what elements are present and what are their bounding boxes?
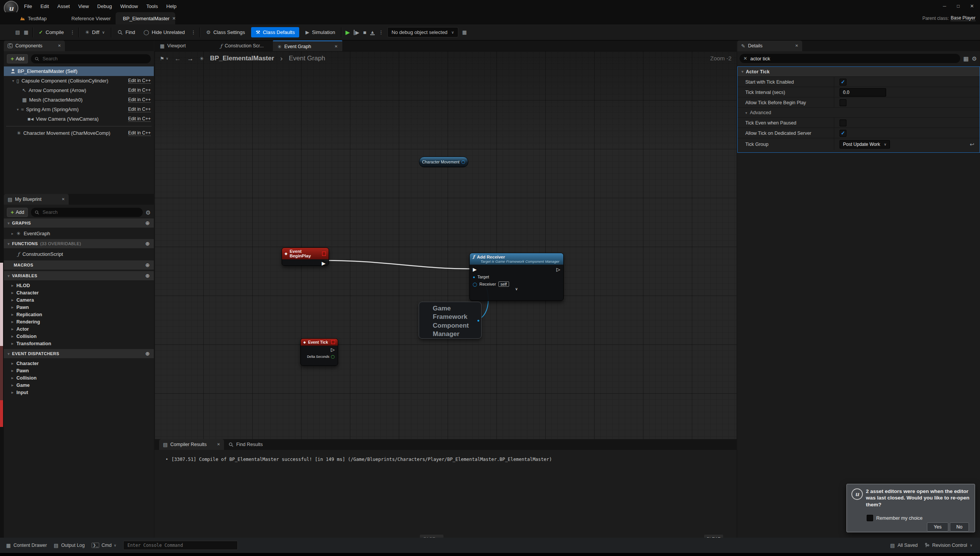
add-macro-icon[interactable]: ⊕ (145, 262, 150, 268)
component-row-charmovement[interactable]: ✳ Character Movement (CharMoveComp) Edit… (4, 128, 154, 138)
component-row-mesh[interactable]: ▦ Mesh (CharacterMesh0) Edit in C++ (4, 95, 154, 105)
node-event-tick[interactable]: ◆ Event Tick ▷ Delta Seconds ◯ (300, 338, 338, 366)
edit-in-cpp-link[interactable]: Edit in C++ (128, 87, 151, 93)
components-panel-tab[interactable]: C Components ✕ (4, 40, 65, 51)
variable-category-character[interactable]: ▸Character (4, 289, 154, 296)
tab-bp-elementalmaster[interactable]: BP_ElementalMaster ✕ (116, 12, 175, 24)
receiver-pin-icon[interactable]: ◯ (473, 282, 477, 286)
menu-window[interactable]: Window (116, 0, 142, 12)
edit-in-cpp-link[interactable]: Edit in C++ (128, 107, 151, 112)
compiler-results-tab[interactable]: ▤ Compiler Results ✕ (159, 439, 224, 450)
stop-button[interactable]: ■ (363, 30, 366, 35)
play-button[interactable]: ▶ (345, 29, 350, 36)
details-tab[interactable]: ✎ Details ✕ (737, 40, 802, 51)
tab-viewport[interactable]: ▦ Viewport (155, 40, 190, 51)
add-function-icon[interactable]: ⊕ (145, 241, 150, 247)
expand-icon[interactable]: ▸ (11, 361, 13, 365)
browse-asset-icon[interactable]: ▦ (24, 30, 28, 35)
class-defaults-button[interactable]: ⚒ Class Defaults (251, 27, 299, 37)
details-settings-gear-icon[interactable]: ⚙ (972, 56, 977, 61)
menu-debug[interactable]: Debug (93, 0, 116, 12)
edit-in-cpp-link[interactable]: Edit in C++ (128, 78, 151, 84)
details-search[interactable]: ✕ (740, 54, 960, 63)
find-results-tab[interactable]: Find Results (224, 439, 267, 450)
cmd-dropdown[interactable]: ❯_ Cmd ∨ (92, 543, 116, 548)
dispatcher-category-collision[interactable]: ▸Collision (4, 374, 154, 381)
no-button[interactable]: No (950, 522, 969, 532)
expand-icon[interactable]: ▸ (11, 231, 13, 236)
start-tick-checkbox[interactable]: ✓ (840, 79, 846, 86)
frame-skip-button[interactable]: ▶ (354, 30, 359, 35)
tick-even-paused-checkbox[interactable] (840, 120, 846, 126)
exec-out-pin[interactable]: ▶ (322, 260, 326, 266)
save-icon[interactable]: ▤ (15, 30, 20, 35)
expand-icon[interactable]: ▸ (11, 369, 13, 373)
maximize-button[interactable]: □ (953, 2, 964, 10)
diff-button[interactable]: ✳ Diff ∨ (83, 27, 107, 37)
macros-section-header[interactable]: MACROS ⊕ (4, 260, 154, 270)
debug-browse-icon[interactable]: ▦ (462, 30, 467, 35)
tab-testmap[interactable]: TestMap (15, 12, 51, 24)
find-button[interactable]: Find (115, 27, 137, 37)
expand-icon[interactable]: ▸ (11, 312, 13, 317)
component-row-springarm[interactable]: ▾ ≈ Spring Arm (SpringArm) Edit in C++ (4, 105, 154, 114)
tab-reference-viewer[interactable]: Reference Viewer (67, 12, 115, 24)
my-blueprint-search[interactable] (31, 208, 142, 217)
dedicated-server-checkbox[interactable]: ✓ (840, 130, 846, 137)
eject-button[interactable]: ▲ (370, 30, 375, 35)
expand-icon[interactable]: ▸ (11, 298, 13, 302)
event-dispatchers-section-header[interactable]: ▾ EVENT DISPATCHERS ⊕ (4, 349, 154, 358)
row-advanced-header[interactable]: ▾ Advanced (738, 107, 980, 118)
expand-icon[interactable]: ▸ (11, 320, 13, 324)
expand-icon[interactable]: ▸ (11, 283, 13, 288)
menu-help[interactable]: Help (162, 0, 181, 12)
allow-before-begin-checkbox[interactable] (840, 99, 846, 106)
expand-icon[interactable]: ▸ (11, 376, 13, 380)
target-pin-icon[interactable]: ● (473, 275, 475, 279)
expand-icon[interactable]: ▾ (12, 79, 14, 83)
variable-category-actor[interactable]: ▸Actor (4, 325, 154, 333)
expand-icon[interactable]: ▸ (11, 383, 13, 387)
node-add-receiver[interactable]: ƒ Add Receiver Target is Game Framework … (469, 253, 564, 301)
my-blueprint-search-input[interactable] (42, 209, 139, 215)
expand-icon[interactable]: ▸ (11, 305, 13, 309)
dispatcher-category-character[interactable]: ▸Character (4, 360, 154, 367)
output-log-button[interactable]: ▤ Output Log (54, 543, 85, 548)
expand-icon[interactable]: ▸ (11, 390, 13, 394)
hide-unrelated-button[interactable]: ◯ Hide Unrelated (141, 27, 187, 37)
expand-icon[interactable]: ▸ (11, 341, 13, 346)
add-variable-icon[interactable]: ⊕ (145, 273, 150, 279)
close-icon[interactable]: ✕ (58, 44, 61, 48)
add-dispatcher-icon[interactable]: ⊕ (145, 351, 150, 357)
add-blueprint-item-button[interactable]: + Add (7, 208, 28, 217)
tab-construction-script[interactable]: ƒ Construction Scr... (216, 40, 268, 51)
content-drawer-button[interactable]: ▦ Content Drawer (6, 543, 47, 548)
component-row-capsule[interactable]: ▾ ▯ Capsule Component (CollisionCylinder… (4, 76, 154, 86)
menu-asset[interactable]: Asset (53, 0, 74, 12)
tick-group-dropdown[interactable]: Post Update Work ∨ (840, 140, 890, 149)
close-window-button[interactable]: ✕ (966, 2, 978, 10)
hide-unrelated-kebab-icon[interactable]: ⋮ (191, 30, 196, 35)
close-icon[interactable]: ✕ (217, 443, 220, 446)
tick-interval-input[interactable]: 0.0 (840, 88, 886, 97)
all-saved-indicator[interactable]: ▤ All Saved (890, 543, 918, 548)
node-event-beginplay[interactable]: ◆ Event BeginPlay ▶ (282, 247, 329, 266)
edit-in-cpp-link[interactable]: Edit in C++ (128, 97, 151, 103)
variables-section-header[interactable]: ▾ VARIABLES ⊕ (4, 271, 154, 280)
debug-object-dropdown[interactable]: No debug object selected ∨ (387, 27, 458, 37)
variable-category-hlod[interactable]: ▸HLOD (4, 282, 154, 289)
expand-icon[interactable]: ▸ (11, 327, 13, 331)
tab-event-graph[interactable]: ✳ Event Graph ✕ (273, 40, 342, 52)
dispatcher-category-pawn[interactable]: ▸Pawn (4, 367, 154, 374)
yes-button[interactable]: Yes (927, 522, 948, 532)
details-search-input[interactable] (750, 55, 956, 62)
variable-category-collision[interactable]: ▸Collision (4, 333, 154, 340)
edit-in-cpp-link[interactable]: Edit in C++ (128, 116, 151, 122)
expand-icon[interactable]: ▸ (11, 291, 13, 295)
compile-button[interactable]: ✓ Compile (37, 27, 66, 37)
variable-category-rendering[interactable]: ▸Rendering (4, 318, 154, 325)
dispatcher-category-game[interactable]: ▸Game (4, 381, 154, 389)
components-search[interactable] (31, 54, 151, 63)
expand-icon[interactable]: ▾ (17, 107, 19, 112)
variable-category-pawn[interactable]: ▸Pawn (4, 304, 154, 311)
